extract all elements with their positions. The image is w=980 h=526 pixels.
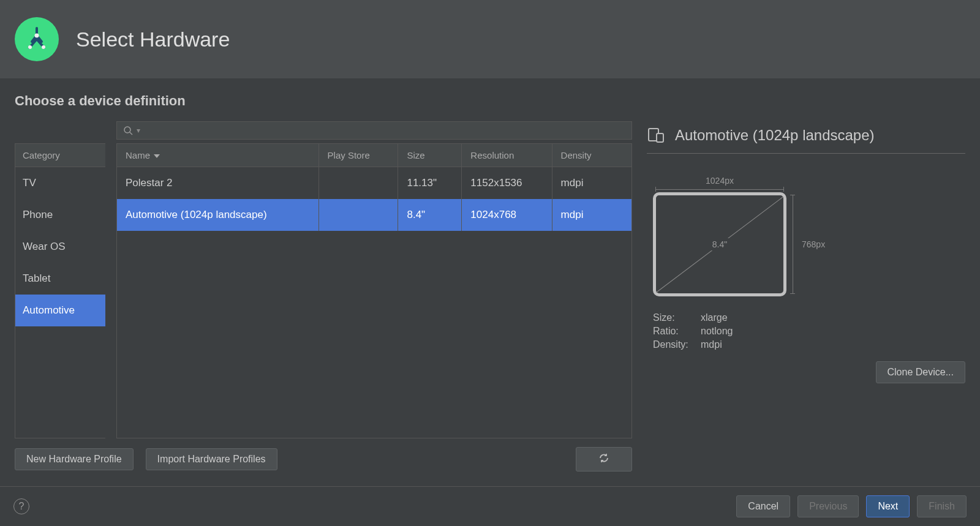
th-density[interactable]: Density (552, 144, 631, 167)
device-frame: 8.4" (653, 192, 786, 296)
preview-meta: Size:xlarge Ratio:notlong Density:mdpi (653, 312, 733, 353)
next-button[interactable]: Next (866, 495, 910, 517)
cancel-button[interactable]: Cancel (736, 495, 790, 517)
svg-point-3 (124, 127, 130, 133)
subtitle: Choose a device definition (15, 93, 965, 109)
previous-button[interactable]: Previous (797, 495, 859, 517)
new-hardware-profile-button[interactable]: New Hardware Profile (15, 448, 134, 470)
search-input[interactable] (144, 126, 625, 135)
category-item-automotive[interactable]: Automotive (15, 295, 105, 326)
device-table: Name Play Store Size Resolution Density … (117, 144, 631, 231)
android-studio-logo-icon (15, 17, 59, 61)
th-name[interactable]: Name (117, 144, 318, 167)
preview-height-label: 768px (802, 239, 825, 249)
sort-desc-icon (154, 154, 160, 158)
import-hardware-profiles-button[interactable]: Import Hardware Profiles (146, 448, 277, 470)
refresh-button[interactable] (576, 447, 632, 472)
svg-rect-6 (657, 133, 663, 142)
category-item-wear-os[interactable]: Wear OS (15, 231, 105, 263)
footer: ? Cancel Previous Next Finish (0, 486, 980, 526)
profile-button-row: New Hardware Profile Import Hardware Pro… (15, 447, 632, 472)
page-title: Select Hardware (76, 28, 230, 51)
th-play-store[interactable]: Play Store (318, 144, 398, 167)
svg-point-1 (28, 45, 32, 49)
svg-line-4 (130, 132, 132, 135)
left-panel: ▾ Category TV Phone Wear OS Tablet Autom… (15, 121, 632, 472)
finish-button[interactable]: Finish (917, 495, 967, 517)
th-size[interactable]: Size (398, 144, 462, 167)
refresh-icon (598, 453, 609, 464)
main-area: ▾ Category TV Phone Wear OS Tablet Autom… (15, 121, 965, 472)
category-item-phone[interactable]: Phone (15, 199, 105, 231)
category-header: Category (15, 144, 105, 167)
devices-icon (647, 126, 665, 145)
clone-device-button[interactable]: Clone Device... (876, 361, 966, 383)
preview-width-label: 1024px (653, 176, 786, 186)
table-row[interactable]: Polestar 2 11.13" 1152x1536 mdpi (117, 167, 631, 200)
category-item-tv[interactable]: TV (15, 167, 105, 199)
th-resolution[interactable]: Resolution (462, 144, 552, 167)
preview-title: Automotive (1024p landscape) (675, 127, 875, 144)
search-icon (123, 126, 133, 135)
diagonal-label: 8.4" (709, 238, 731, 250)
svg-point-0 (35, 34, 39, 38)
category-item-tablet[interactable]: Tablet (15, 263, 105, 295)
category-list: Category TV Phone Wear OS Tablet Automot… (15, 143, 105, 438)
preview-panel: Automotive (1024p landscape) 1024px 8.4"… (647, 121, 965, 472)
content: Choose a device definition ▾ (0, 78, 980, 486)
chevron-down-icon: ▾ (137, 126, 140, 135)
device-preview: 1024px 8.4" 768px Size:xlarge Ratio:no (653, 176, 965, 353)
table-row[interactable]: Automotive (1024p landscape) 8.4" 1024x7… (117, 199, 631, 231)
search-box[interactable]: ▾ (116, 121, 632, 140)
help-icon: ? (19, 501, 24, 512)
header: Select Hardware (0, 0, 980, 78)
svg-point-2 (42, 45, 45, 49)
help-button[interactable]: ? (13, 498, 29, 514)
